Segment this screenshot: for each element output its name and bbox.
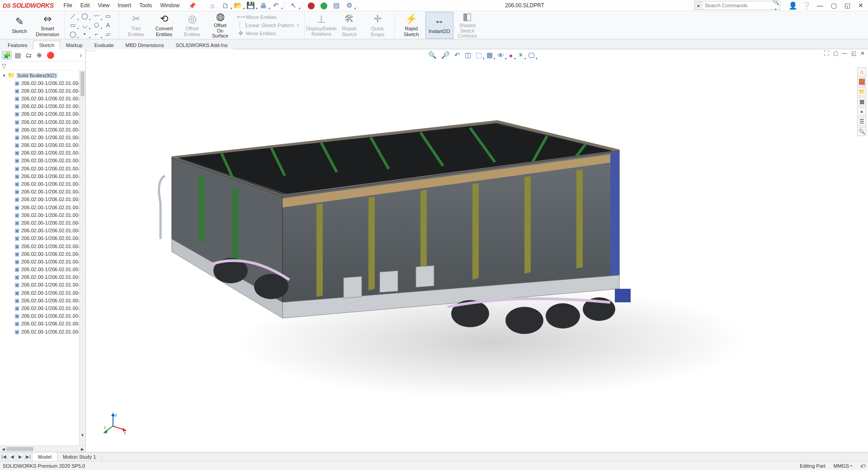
tree-item-body[interactable]: ▣206.02.00-1/206.02.01.00-1/20 [1,133,85,141]
ellipse-icon[interactable]: ◯▾ [67,30,78,38]
tree-item-body[interactable]: ▣206.02.00-1/206.02.01.00-1/20 [1,296,85,304]
tree-item-body[interactable]: ▣206.02.00-1/206.02.01.00-1/20 [1,289,85,296]
tree-tab-config[interactable]: 🗂 [24,51,33,60]
polygon-icon[interactable]: ⬡▾ [91,21,102,29]
tree-item-body[interactable]: ▣206.02.00-1/206.02.01.00-1/20 [1,281,85,289]
tree-item-body[interactable]: ▣206.02.00-1/206.02.01.00-1/20 [1,118,85,126]
menu-tools[interactable]: Tools [136,1,156,10]
scroll-down-icon[interactable]: ▼ [80,433,85,439]
cmd-linear-pattern[interactable]: ⋮⋮Linear Sketch Pattern▾ [234,21,302,29]
hscroll-thumb[interactable] [6,447,33,451]
view-triad[interactable]: y x z [104,413,127,436]
cmd-offset-entities[interactable]: ◎ Offset Entities [178,12,206,39]
tree-item-body[interactable]: ▣206.02.00-1/206.02.01.00-1/20 [1,242,85,250]
select-icon[interactable]: ↖▾ [288,0,299,10]
tab-features[interactable]: Features [2,41,33,49]
cfg-nav-last-icon[interactable]: ▶| [24,452,33,461]
pin-menu-icon[interactable]: 📌 [189,2,196,9]
open-icon[interactable]: 📂▾ [232,0,244,10]
tree-tab-property[interactable]: ▤ [13,51,23,60]
text-icon[interactable]: A [103,21,113,29]
rect-icon[interactable]: ▭▾ [67,21,78,29]
tree-item-body[interactable]: ▣206.02.00-1/206.02.01.00-1/20 [1,196,85,203]
hscroll-left-icon[interactable]: ◀ [0,446,6,452]
rebuild-error-icon[interactable]: ⬤ [305,0,317,10]
new-icon[interactable]: 🗋▾ [219,0,231,10]
tree-item-body[interactable]: ▣206.02.00-1/206.02.01.00-1/20 [1,103,85,110]
tree-item-body[interactable]: ▣206.02.00-1/206.02.01.00-1/20 [1,258,85,265]
tree-tabs-more-icon[interactable]: › [78,52,84,59]
tree-item-body[interactable]: ▣206.02.00-1/206.02.01.00-1/20 [1,126,85,133]
cmd-convert-entities[interactable]: ⟲ Convert Entities [150,12,178,39]
cmd-display-relations[interactable]: ⊥ Display/Delete Relations [307,12,335,39]
tree-item-body[interactable]: ▣206.02.00-1/206.02.01.00-1/20 [1,250,85,258]
cfg-nav-prev-icon[interactable]: ◀ [8,452,16,461]
filter-icon[interactable]: ▽ [2,62,6,69]
tree-item-body[interactable]: ▣206.02.00-1/206.02.01.00-1/20 [1,94,85,102]
fillet-icon[interactable]: ⌐▾ [91,30,102,38]
menu-window[interactable]: Window [156,1,183,10]
circle-icon[interactable]: ◯▾ [79,12,90,20]
window-restore-icon[interactable]: ▢ [829,1,838,10]
settings-gear-icon[interactable]: ⚙▾ [343,0,355,10]
tab-addins[interactable]: SOLIDWORKS Add-Ins [170,41,234,49]
help-icon[interactable]: ❔ [802,1,811,10]
home-icon[interactable]: ⌂ [207,0,218,10]
tree-item-body[interactable]: ▣206.02.00-1/206.02.01.00-1/20 [1,227,85,235]
tree-item-body[interactable]: ▣206.02.00-1/206.02.01.00-1/20 [1,172,85,180]
menu-file[interactable]: File [60,1,76,10]
status-tags-icon[interactable]: 🏷 [860,463,865,469]
cmd-repair-sketch[interactable]: 🛠 Repair Sketch [335,12,363,39]
tree-item-body[interactable]: ▣206.02.00-1/206.02.01.00-1/20 [1,211,85,219]
tree-item-body[interactable]: ▣206.02.00-1/206.02.01.00-1/20 [1,110,85,118]
menu-insert[interactable]: Insert [114,1,135,10]
tree-item-body[interactable]: ▣206.02.00-1/206.02.01.00-1/20 [1,235,85,242]
undo-icon[interactable]: ↶▾ [270,0,282,10]
arc-icon[interactable]: ◡▾ [79,21,90,29]
menu-edit[interactable]: Edit [77,1,94,10]
tree-item-body[interactable]: ▣206.02.00-1/206.02.01.00-1/20 [1,273,85,281]
tree-list[interactable]: ▾ 📁 Solid Bodies(902) ▣206.02.00-1/206.0… [0,70,85,446]
cmd-rapid-sketch[interactable]: ⚡ Rapid Sketch [397,12,425,39]
scroll-thumb[interactable] [80,71,85,96]
tree-tab-feature[interactable]: 🧩 [2,51,12,60]
spline-icon[interactable]: 〰▾ [91,12,102,20]
tab-mbd-dimensions[interactable]: MBD Dimensions [120,41,170,49]
search-input[interactable] [703,3,772,8]
search-icon[interactable]: 🔍▾ [772,0,780,12]
tree-item-body[interactable]: ▣206.02.00-1/206.02.01.00-1/20 [1,266,85,273]
plane-icon[interactable]: ▱ [103,30,113,38]
window-close-icon[interactable]: ✕ [856,1,865,10]
options-list-icon[interactable]: ▤ [330,0,342,10]
tree-item-body[interactable]: ▣206.02.00-1/206.02.01.00-1/20 [1,79,85,87]
cmd-quick-snaps[interactable]: ✛ Quick Snaps [363,12,392,39]
cmd-move-entities[interactable]: ✥Move Entities [234,29,302,38]
cmd-sketch[interactable]: ✎ Sketch [5,12,33,39]
tree-vertical-scrollbar[interactable]: ▲ ▼ [79,70,85,446]
save-icon[interactable]: 💾▾ [245,0,256,10]
cmd-shaded-contours[interactable]: ◧ Shaded Sketch Contours [453,12,481,39]
search-commands[interactable]: ▸ 🔍▾ [694,1,780,10]
search-scope-icon[interactable]: ▸ [695,1,703,9]
cfg-nav-first-icon[interactable]: |◀ [0,452,8,461]
window-minimize-icon[interactable]: — [816,1,825,10]
collapse-icon[interactable]: ▾ [2,73,6,78]
tab-evaluate[interactable]: Evaluate [89,41,120,49]
tree-item-body[interactable]: ▣206.02.00-1/206.02.01.00-1/20 [1,320,85,328]
cmd-smart-dimension[interactable]: ⇔ Smart Dimension [33,12,61,39]
status-edit-mode[interactable]: Editing Part [800,463,826,469]
window-maximize-icon[interactable]: ◱ [843,1,852,10]
tree-item-body[interactable]: ▣206.02.00-1/206.02.01.00-1/20 [1,203,85,211]
tree-horizontal-scrollbar[interactable]: ◀ ▶ [0,446,85,452]
tree-item-body[interactable]: ▣206.02.00-1/206.02.01.00-1/20 [1,219,85,226]
cfg-tab-model[interactable]: Model [33,452,57,461]
point-icon[interactable]: •▾ [79,30,90,38]
user-icon[interactable]: 👤 [788,1,797,10]
tree-root-solid-bodies[interactable]: ▾ 📁 Solid Bodies(902) [1,71,85,79]
cmd-offset-on-surface[interactable]: ◍ Offset On Surface [206,12,234,39]
tree-item-body[interactable]: ▣206.02.00-1/206.02.01.00-1/20 [1,87,85,94]
tab-markup[interactable]: Markup [60,41,89,49]
tree-item-body[interactable]: ▣206.02.00-1/206.02.01.00-1/20 [1,312,85,320]
cmd-trim-entities[interactable]: ✂ Trim Entities [122,12,150,39]
tree-item-body[interactable]: ▣206.02.00-1/206.02.01.00-1/20 [1,180,85,188]
